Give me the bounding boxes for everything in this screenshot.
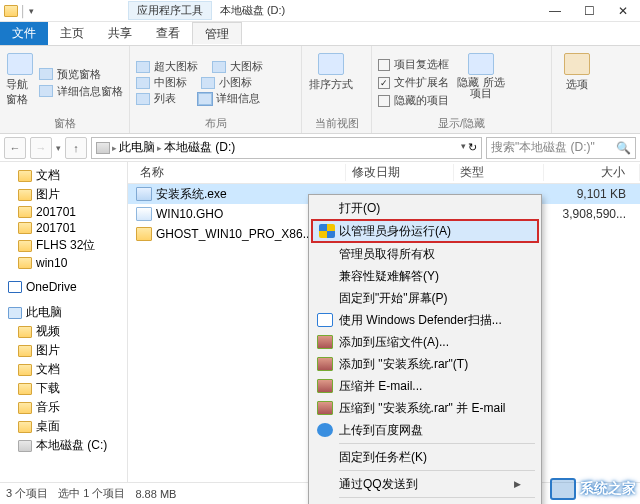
maximize-button[interactable]: ☐ bbox=[572, 0, 606, 22]
checkbox-icon bbox=[378, 95, 390, 107]
tree-downloads[interactable]: 下载 bbox=[0, 379, 127, 398]
ctx-defender[interactable]: 使用 Windows Defender扫描... bbox=[311, 309, 539, 331]
ribbon-context-tab: 应用程序工具 bbox=[128, 1, 212, 20]
breadcrumb-pc[interactable]: 此电脑 bbox=[119, 139, 155, 156]
ctx-add-rar[interactable]: 添加到 "安装系统.rar"(T) bbox=[311, 353, 539, 375]
tree-folder[interactable]: 201701 bbox=[0, 220, 127, 236]
folder-icon bbox=[18, 257, 32, 269]
tree-folder[interactable]: 201701 bbox=[0, 204, 127, 220]
breadcrumb-drive[interactable]: 本地磁盘 (D:) bbox=[164, 139, 235, 156]
col-size[interactable]: 大小 bbox=[544, 164, 640, 181]
defender-icon bbox=[317, 313, 333, 327]
ctx-run-as-admin[interactable]: 以管理员身份运行(A) bbox=[311, 219, 539, 243]
dropdown-icon[interactable]: ▾ bbox=[461, 141, 466, 154]
refresh-button[interactable]: ↻ bbox=[468, 141, 477, 154]
preview-pane-button[interactable]: 预览窗格 bbox=[39, 67, 123, 82]
folder-icon bbox=[4, 5, 18, 17]
menu-separator bbox=[339, 470, 535, 471]
address-bar[interactable]: ▸ 此电脑 ▸ 本地磁盘 (D:) ▾ ↻ bbox=[91, 137, 482, 159]
nav-pane-button[interactable]: 导航窗格 bbox=[6, 50, 33, 115]
large-icon bbox=[212, 61, 226, 73]
close-button[interactable]: ✕ bbox=[606, 0, 640, 22]
quick-access-toolbar: │ ▾ bbox=[0, 5, 38, 17]
ctx-pin-start[interactable]: 固定到"开始"屏幕(P) bbox=[311, 287, 539, 309]
nav-tree[interactable]: 文档 图片 201701 201701 FLHS 32位 win10 OneDr… bbox=[0, 162, 128, 482]
tab-manage[interactable]: 管理 bbox=[192, 22, 242, 45]
tree-pictures[interactable]: 图片 bbox=[0, 341, 127, 360]
details-pane-icon bbox=[39, 85, 53, 97]
ctx-qq-send[interactable]: 通过QQ发送到▶ bbox=[311, 473, 539, 495]
rar-icon bbox=[317, 401, 333, 415]
tree-thispc[interactable]: 此电脑 bbox=[0, 303, 127, 322]
tree-onedrive[interactable]: OneDrive bbox=[0, 279, 127, 295]
column-headers[interactable]: 名称 修改日期 类型 大小 bbox=[128, 162, 640, 184]
up-button[interactable]: ↑ bbox=[65, 137, 87, 159]
ctx-open[interactable]: 打开(O) bbox=[311, 197, 539, 219]
col-type[interactable]: 类型 bbox=[454, 164, 544, 181]
ctx-baidu[interactable]: 上传到百度网盘 bbox=[311, 419, 539, 441]
forward-button[interactable]: → bbox=[30, 137, 52, 159]
drive-icon bbox=[96, 142, 110, 154]
ctx-compat[interactable]: 兼容性疑难解答(Y) bbox=[311, 265, 539, 287]
context-menu: 打开(O) 以管理员身份运行(A) 管理员取得所有权 兼容性疑难解答(Y) 固定… bbox=[308, 194, 542, 504]
tree-desktop[interactable]: 桌面 bbox=[0, 417, 127, 436]
tree-cdrive[interactable]: 本地磁盘 (C:) bbox=[0, 436, 127, 455]
tab-share[interactable]: 共享 bbox=[96, 22, 144, 45]
details-icon bbox=[198, 93, 212, 105]
folder-icon bbox=[18, 383, 32, 395]
ctx-add-archive[interactable]: 添加到压缩文件(A)... bbox=[311, 331, 539, 353]
group-label-currentview: 当前视图 bbox=[308, 115, 365, 133]
ctx-previous-versions[interactable]: 还原以前的版本(V) bbox=[311, 500, 539, 504]
search-input[interactable]: 搜索"本地磁盘 (D:)" 🔍 bbox=[486, 137, 636, 159]
tree-folder[interactable]: FLHS 32位 bbox=[0, 236, 127, 255]
options-button[interactable]: 选项 bbox=[558, 50, 596, 118]
hide-selected-button[interactable]: 隐藏 所选项目 bbox=[455, 50, 507, 115]
sort-button[interactable]: 排序方式 bbox=[308, 50, 354, 115]
check-itemcheckboxes[interactable]: 项目复选框 bbox=[378, 57, 449, 72]
group-label-showhide: 显示/隐藏 bbox=[378, 115, 545, 133]
group-label-layout: 布局 bbox=[136, 115, 295, 133]
tree-documents[interactable]: 文档 bbox=[0, 166, 127, 185]
tree-documents[interactable]: 文档 bbox=[0, 360, 127, 379]
col-date[interactable]: 修改日期 bbox=[346, 164, 454, 181]
tree-folder[interactable]: win10 bbox=[0, 255, 127, 271]
tree-music[interactable]: 音乐 bbox=[0, 398, 127, 417]
folder-icon bbox=[18, 240, 32, 252]
preview-icon bbox=[39, 68, 53, 80]
tab-home[interactable]: 主页 bbox=[48, 22, 96, 45]
layout-list[interactable]: 列表详细信息 bbox=[136, 91, 263, 106]
nav-pane-label: 导航窗格 bbox=[6, 77, 33, 107]
ctx-pin-taskbar[interactable]: 固定到任务栏(K) bbox=[311, 446, 539, 468]
folder-icon bbox=[18, 345, 32, 357]
ctx-email[interactable]: 压缩并 E-mail... bbox=[311, 375, 539, 397]
ctx-admin-own[interactable]: 管理员取得所有权 bbox=[311, 243, 539, 265]
tab-file[interactable]: 文件 bbox=[0, 22, 48, 45]
col-name[interactable]: 名称 bbox=[128, 164, 346, 181]
tree-pictures[interactable]: 图片 bbox=[0, 185, 127, 204]
layout-medium[interactable]: 中图标小图标 bbox=[136, 75, 263, 90]
chevron-right-icon[interactable]: ▸ bbox=[112, 143, 117, 153]
folder-icon bbox=[136, 227, 152, 241]
drive-icon bbox=[18, 440, 32, 452]
ctx-rar-email[interactable]: 压缩到 "安装系统.rar" 并 E-mail bbox=[311, 397, 539, 419]
sort-icon bbox=[318, 53, 344, 75]
details-pane-button[interactable]: 详细信息窗格 bbox=[39, 84, 123, 99]
check-extensions[interactable]: ✓文件扩展名 bbox=[378, 75, 449, 90]
rar-icon bbox=[317, 357, 333, 371]
chevron-down-icon[interactable]: ▾ bbox=[29, 6, 34, 16]
layout-xlarge[interactable]: 超大图标大图标 bbox=[136, 59, 263, 74]
recent-dropdown[interactable]: ▾ bbox=[56, 143, 61, 153]
menu-separator bbox=[339, 497, 535, 498]
tab-view[interactable]: 查看 bbox=[144, 22, 192, 45]
tree-videos[interactable]: 视频 bbox=[0, 322, 127, 341]
folder-icon bbox=[18, 402, 32, 414]
chevron-right-icon[interactable]: ▸ bbox=[157, 143, 162, 153]
pc-icon bbox=[8, 307, 22, 319]
medium-icon bbox=[136, 77, 150, 89]
back-button[interactable]: ← bbox=[4, 137, 26, 159]
check-hidden[interactable]: 隐藏的项目 bbox=[378, 93, 449, 108]
hide-icon bbox=[468, 53, 494, 75]
menu-separator bbox=[339, 443, 535, 444]
minimize-button[interactable]: — bbox=[538, 0, 572, 22]
folder-icon bbox=[18, 189, 32, 201]
